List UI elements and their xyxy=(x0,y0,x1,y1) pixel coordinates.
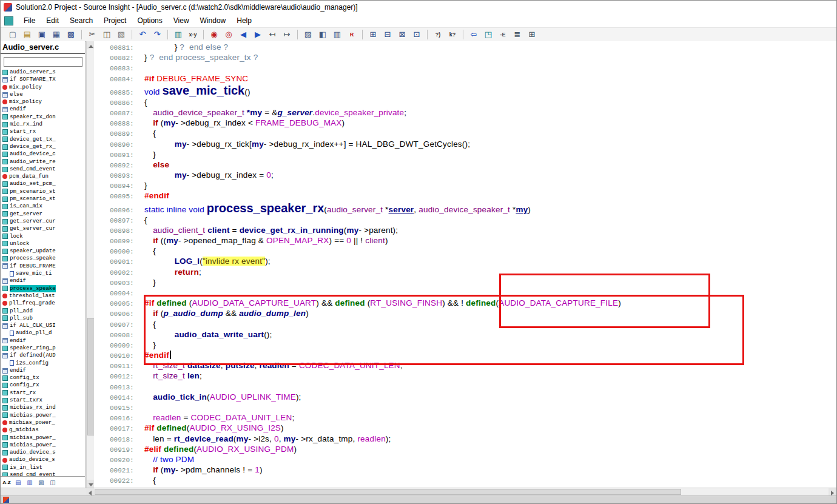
symbol-item[interactable]: pll_add xyxy=(1,307,85,315)
symbol-item[interactable]: audio_write_re xyxy=(1,158,85,166)
symbol-item[interactable]: get_server_cur xyxy=(1,218,85,225)
symbol-item[interactable]: micbias_power_ xyxy=(1,442,85,449)
symbol-item[interactable]: lock xyxy=(1,233,85,240)
code-line[interactable]: 00907: { xyxy=(94,319,836,329)
code-editor[interactable]: 00881: } ? end else ?00882:} ? end proce… xyxy=(94,41,836,488)
browse-classes-button[interactable]: ▥ xyxy=(331,29,344,41)
copy-button[interactable]: ◫ xyxy=(100,29,113,41)
symbol-item[interactable]: if ALL_CLK_USI xyxy=(1,322,85,329)
symbol-item[interactable]: is_can_mix xyxy=(1,203,85,210)
menu-window[interactable]: Window xyxy=(195,15,232,26)
code-line[interactable]: 00901: LOG_I("invlide rx event"); xyxy=(94,256,836,266)
menu-file[interactable]: File xyxy=(18,15,41,26)
code-line[interactable]: 00914: audio_tick_in(AUDIO_UPLINK_TIME); xyxy=(94,392,836,402)
save-all-button[interactable]: ▩ xyxy=(64,29,78,41)
symbol-details-button[interactable]: ▥ xyxy=(25,478,35,486)
scroll-left-button[interactable] xyxy=(86,488,94,496)
symbol-item[interactable]: micbias_power_ xyxy=(1,419,85,426)
remove-results-button[interactable]: -E xyxy=(496,29,509,41)
symbol-item[interactable]: config_rx xyxy=(1,381,85,389)
code-line[interactable]: 00893: my- >debug_rx_index = 0; xyxy=(94,170,836,180)
cut-button[interactable]: ✂ xyxy=(86,29,99,41)
symbol-window-toggle-button[interactable]: ▥ xyxy=(172,29,185,41)
menu-view[interactable]: View xyxy=(168,15,195,26)
browse-symbols-button[interactable]: ◧ xyxy=(316,29,329,41)
play-recorded-macro-button[interactable]: R xyxy=(345,29,358,41)
symbol-item[interactable]: endif xyxy=(1,367,85,374)
code-line[interactable]: 00904: xyxy=(94,287,836,298)
link-next-button[interactable]: ↦ xyxy=(280,29,294,41)
menu-options[interactable]: Options xyxy=(132,15,167,26)
select-region-button[interactable]: ◳ xyxy=(482,29,495,41)
symbol-item[interactable]: save_mic_ti xyxy=(1,270,85,277)
symbol-item[interactable]: pm_scenario_st xyxy=(1,188,85,195)
lookup-references-button[interactable]: ◉ xyxy=(207,29,221,41)
symbol-item[interactable]: micbias_rx_ind xyxy=(1,404,85,411)
symbol-item[interactable]: start_txrx xyxy=(1,397,85,404)
symbol-item[interactable]: send_cmd_event xyxy=(1,166,85,173)
code-line[interactable]: 00902: return; xyxy=(94,267,836,277)
code-line[interactable]: 00883: xyxy=(94,62,836,73)
context-help-button[interactable]: ?) xyxy=(431,29,445,41)
code-line[interactable]: 00887: audio_device_speaker_t *my = &g_s… xyxy=(94,107,836,118)
code-line[interactable]: 00897:{ xyxy=(94,215,836,225)
code-line[interactable]: 00913: xyxy=(94,381,836,392)
code-line[interactable]: 00885:void save_mic_tick() xyxy=(94,84,836,97)
symbol-item[interactable]: pm_scenario_st xyxy=(1,195,85,203)
document-system-icon[interactable] xyxy=(4,16,13,25)
code-line[interactable]: 00912: rt_size_t len; xyxy=(94,371,836,381)
symbol-item[interactable]: get_server xyxy=(1,210,85,218)
symbol-item[interactable]: if SOFTWARE_TX xyxy=(1,76,85,83)
symbol-item[interactable]: audio_set_pcm_ xyxy=(1,180,85,187)
symbol-item[interactable]: process_speake xyxy=(1,285,85,292)
symbol-item[interactable]: g_micbias xyxy=(1,426,85,434)
code-line[interactable]: 00905:#if defined (AUDIO_DATA_CAPTURE_UA… xyxy=(94,298,836,308)
browse-files-button[interactable]: ▨ xyxy=(301,29,315,41)
symbol-item[interactable]: pcm_data_fun xyxy=(1,173,85,180)
symbol-item[interactable]: else xyxy=(1,91,85,98)
browse-project-button[interactable]: ▧ xyxy=(36,478,46,486)
tile-two-windows-button[interactable]: ⊞ xyxy=(366,29,380,41)
symbol-item[interactable]: unlock xyxy=(1,240,85,247)
symbol-item[interactable]: mix_policy xyxy=(1,84,85,91)
code-line[interactable]: 00900: { xyxy=(94,246,836,256)
code-line[interactable]: 00918: len = rt_device_read(my- >i2s, 0,… xyxy=(94,434,836,444)
symbol-item[interactable]: threshold_last xyxy=(1,292,85,300)
code-line[interactable]: 00881: } ? end else ? xyxy=(94,42,836,52)
menu-project[interactable]: Project xyxy=(98,15,132,26)
symbol-item[interactable]: start_rx xyxy=(1,389,85,397)
symbol-item[interactable]: i2s_config xyxy=(1,360,85,367)
go-forward-button[interactable]: ▶ xyxy=(251,29,264,41)
code-line[interactable]: 00906: if (p_audio_dump && audio_dump_le… xyxy=(94,308,836,318)
symbol-item[interactable]: process_speake xyxy=(1,255,85,262)
code-line[interactable]: 00908: audio_data_write_uart(); xyxy=(94,329,836,340)
paste-button[interactable]: ▧ xyxy=(115,29,128,41)
horizontal-scroll-thumb[interactable] xyxy=(95,489,681,495)
help-pointer-button[interactable]: k? xyxy=(446,29,459,41)
horizontal-scrollbar[interactable] xyxy=(86,488,836,496)
redo-button[interactable]: ↷ xyxy=(150,29,164,41)
symbol-item[interactable]: get_server_cur xyxy=(1,225,85,232)
tile-horizontal-button[interactable]: ⊟ xyxy=(381,29,394,41)
symbol-item[interactable]: endif xyxy=(1,277,85,284)
symbol-item[interactable]: audio_server_s xyxy=(1,69,85,76)
call-tree-button[interactable]: ⊞ xyxy=(525,29,539,41)
token-expansion-button[interactable]: x-y xyxy=(186,29,200,41)
open-file-button[interactable]: ▤ xyxy=(21,29,34,41)
symbol-item[interactable]: micbias_power_ xyxy=(1,434,85,442)
code-line[interactable]: 00882:} ? end process_speaker_tx ? xyxy=(94,52,836,62)
symbol-item[interactable]: if DEBUG_FRAME xyxy=(1,263,85,270)
symbol-item[interactable]: speaker_ring_p xyxy=(1,344,85,352)
code-line[interactable]: 00919:#elif defined(AUDIO_RX_USING_PDM) xyxy=(94,444,836,454)
new-file-button[interactable]: ▢ xyxy=(6,29,19,41)
code-line[interactable]: 00889: { xyxy=(94,128,836,138)
save-copy-button[interactable]: ▦ xyxy=(50,29,63,41)
link-previous-button[interactable]: ↤ xyxy=(266,29,279,41)
code-line[interactable]: 00890: my- >debug_rx_tick[my- >debug_rx_… xyxy=(94,139,836,149)
code-line[interactable]: 00920: // two PDM xyxy=(94,454,836,465)
symbol-item[interactable]: pll_sub xyxy=(1,315,85,322)
code-line[interactable]: 00898: audio_client_t client = device_ge… xyxy=(94,225,836,235)
symbol-item[interactable]: audio_pll_d xyxy=(1,329,85,337)
symbol-item[interactable]: endif xyxy=(1,337,85,344)
symbol-groups-button[interactable]: ▤ xyxy=(13,478,23,486)
